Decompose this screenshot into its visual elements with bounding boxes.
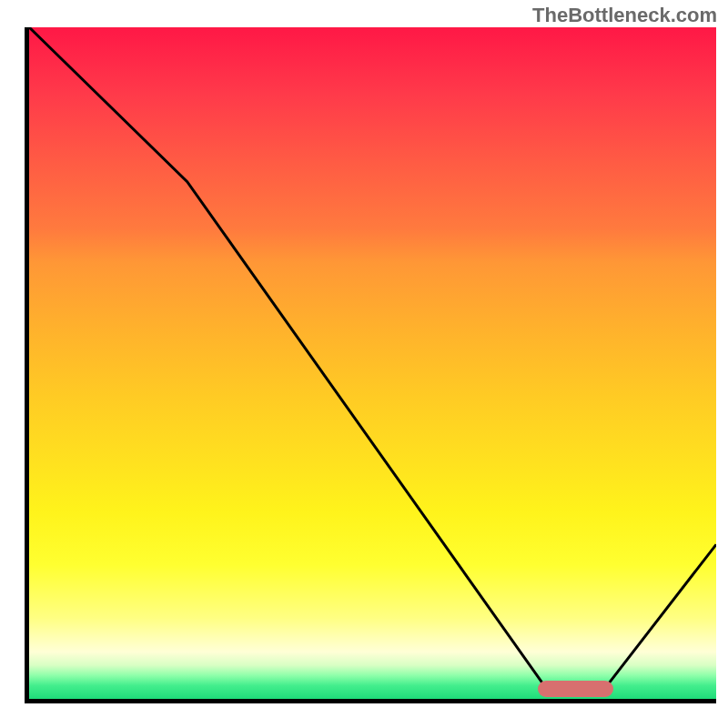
- optimal-range-marker: [538, 681, 613, 697]
- x-axis: [25, 699, 716, 703]
- chart-svg: [29, 27, 716, 699]
- curve-path: [29, 27, 716, 695]
- watermark-text: TheBottleneck.com: [532, 4, 717, 27]
